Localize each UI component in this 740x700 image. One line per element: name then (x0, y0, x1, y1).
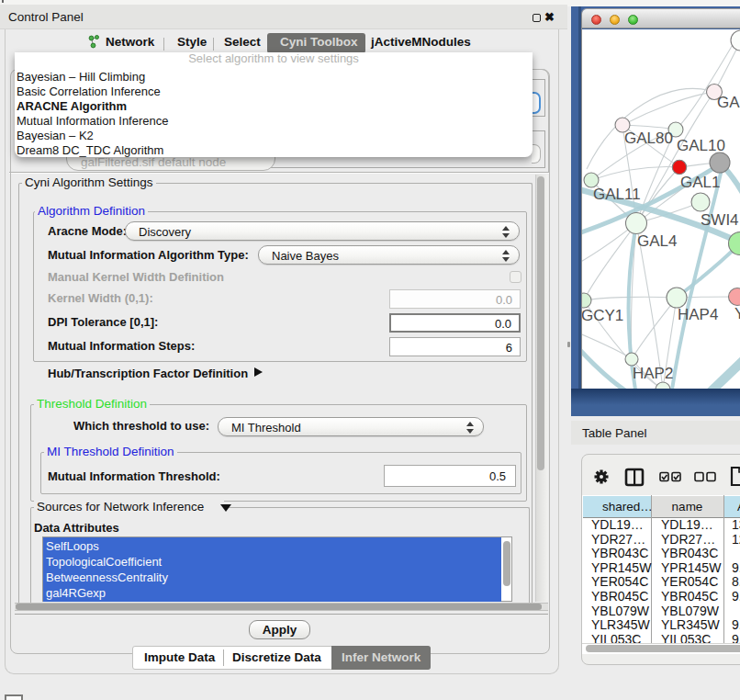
svg-text:Y: Y (734, 305, 740, 322)
svg-text:HAP2: HAP2 (633, 365, 673, 382)
svg-text:HAP4: HAP4 (678, 306, 718, 323)
svg-text:SWI4: SWI4 (701, 211, 739, 229)
svg-text:GAL1: GAL1 (680, 174, 720, 191)
svg-text:GAL7: GAL7 (717, 94, 740, 111)
svg-text:GAL10: GAL10 (677, 137, 725, 154)
svg-text:GAL4: GAL4 (637, 232, 677, 250)
svg-text:GAL80: GAL80 (624, 130, 673, 147)
svg-text:GCY1: GCY1 (582, 307, 623, 324)
svg-text:GAL11: GAL11 (593, 186, 641, 203)
